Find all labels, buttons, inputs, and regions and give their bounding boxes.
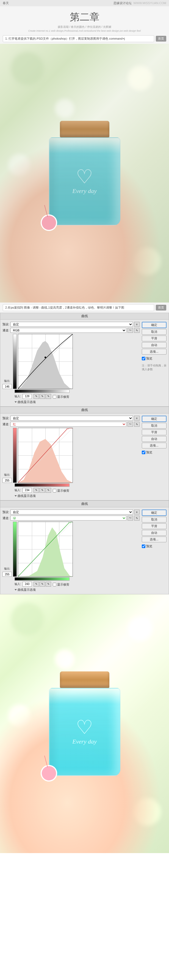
- glass-jar: ♡ Every day: [49, 688, 120, 776]
- options-button[interactable]: 选项...: [142, 536, 166, 542]
- eyedropper-gray-icon[interactable]: ✎: [39, 582, 45, 587]
- curve-smooth-icon[interactable]: 〜: [128, 328, 133, 333]
- show-clipping-check[interactable]: 显示修剪: [53, 395, 69, 399]
- preview-check[interactable]: 预览: [142, 356, 166, 361]
- preset-menu-icon[interactable]: ≡: [134, 416, 140, 421]
- curve-smooth-icon[interactable]: 〜: [128, 422, 133, 427]
- panel-note: 注：请手动拖拽，采填入参数: [142, 364, 166, 371]
- step-2-row: 2.在ps里找到 图像 - 调整 - 曲线,1提高亮度，2通道补偿红色，绿色、黎…: [0, 302, 169, 313]
- input-value[interactable]: [22, 582, 32, 587]
- preset-select[interactable]: 自定: [10, 416, 133, 421]
- output-label: 输出:: [4, 567, 10, 571]
- svg-line-2: [18, 428, 73, 482]
- eyedropper-white-icon[interactable]: ✎: [46, 488, 51, 493]
- eyedropper-white-icon[interactable]: ✎: [46, 394, 51, 399]
- input-value[interactable]: [22, 394, 32, 399]
- heart-icon: ♡: [76, 716, 93, 738]
- eyedropper-black-icon[interactable]: ✎: [33, 394, 39, 399]
- curve-graph-green[interactable]: [18, 522, 73, 577]
- horizontal-gradient: [14, 390, 69, 393]
- glass-jar: ♡ Every day: [49, 137, 120, 226]
- auto-button[interactable]: 自动: [142, 342, 166, 348]
- curve-graph-red[interactable]: [18, 428, 73, 483]
- preset-select[interactable]: 自定: [10, 509, 133, 514]
- preset-label: 预设:: [3, 322, 9, 326]
- smooth-button[interactable]: 平滑: [142, 430, 166, 435]
- show-clipping-check[interactable]: 显示修剪: [53, 488, 69, 493]
- input-value[interactable]: [22, 488, 32, 493]
- auto-button[interactable]: 自动: [142, 436, 166, 442]
- channel-select[interactable]: 绿: [10, 515, 126, 520]
- channel-select[interactable]: RGB: [10, 328, 126, 333]
- input-label: 输入:: [14, 488, 21, 492]
- breadcrumb: 摄影后期 / 春天的颜色 / 停住流逝的 / 光辉媚: [0, 25, 169, 29]
- preset-menu-icon[interactable]: ≡: [134, 509, 140, 514]
- preview-check[interactable]: 预览: [142, 544, 166, 548]
- horizontal-gradient: [14, 577, 69, 581]
- curves-panel-red: 曲线 预设: 自定 ≡ 通道: 红 〜 ✎ 输出:: [0, 407, 169, 500]
- channel-label: 通道:: [3, 328, 9, 332]
- preset-select[interactable]: 自定: [10, 322, 133, 327]
- curve-options-toggle[interactable]: 曲线显示选项: [14, 400, 140, 404]
- output-value[interactable]: [3, 384, 12, 389]
- eyedropper-white-icon[interactable]: ✎: [46, 582, 51, 587]
- vertical-gradient: [13, 428, 17, 483]
- curve-options-toggle[interactable]: 曲线显示选项: [14, 494, 140, 498]
- channel-label: 通道:: [3, 422, 9, 426]
- header-left: 春天: [3, 1, 9, 5]
- channel-label: 通道:: [3, 516, 9, 520]
- options-button[interactable]: 选项...: [142, 443, 166, 449]
- preview-check[interactable]: 预览: [142, 450, 166, 455]
- bottle: ♡ Every day: [46, 121, 123, 226]
- panel-title: 曲线: [0, 313, 169, 320]
- ok-button[interactable]: 确定: [142, 509, 166, 516]
- eyedropper-gray-icon[interactable]: ✎: [39, 394, 45, 399]
- preset-menu-icon[interactable]: ≡: [134, 322, 140, 327]
- bottle: ♡ Every day: [46, 671, 123, 776]
- bottle-text: Every day: [49, 188, 120, 195]
- step-1-text: 1. 打开笔者提供下载的.PSD文件（photoshop）打开，图层复制原图用于…: [3, 35, 154, 42]
- output-value[interactable]: [3, 478, 12, 483]
- page-button-2[interactable]: 首页: [156, 305, 166, 310]
- svg-rect-5: [69, 522, 71, 523]
- curves-panel-rgb: 曲线 预设: 自定 ≡ 通道: RGB 〜 ✎ 输出:: [0, 313, 169, 407]
- curve-pencil-icon[interactable]: ✎: [134, 328, 140, 333]
- eyedropper-gray-icon[interactable]: ✎: [39, 488, 45, 493]
- preset-label: 预设:: [3, 510, 9, 514]
- svg-rect-3: [67, 428, 69, 429]
- curve-pencil-icon[interactable]: ✎: [134, 515, 140, 520]
- page-button[interactable]: 首页: [156, 36, 166, 41]
- cork: [60, 671, 109, 688]
- auto-button[interactable]: 自动: [142, 530, 166, 536]
- show-clipping-check[interactable]: 显示修剪: [53, 582, 69, 587]
- curve-graph-rgb[interactable]: [18, 334, 73, 389]
- preset-label: 预设:: [3, 416, 9, 420]
- smooth-button[interactable]: 平滑: [142, 523, 166, 529]
- photo-original: ♡ Every day: [0, 44, 169, 302]
- curve-options-toggle[interactable]: 曲线显示选项: [14, 588, 140, 592]
- options-button[interactable]: 选项...: [142, 349, 166, 355]
- step-2-text: 2.在ps里找到 图像 - 调整 - 曲线,1提高亮度，2通道补偿红色，绿色、黎…: [3, 304, 154, 311]
- cancel-button[interactable]: 取消: [142, 423, 166, 429]
- top-bar: 春天 思缘设计论坛 WWW.MISSYUAN.COM: [0, 0, 169, 6]
- header-right: 思缘设计论坛 WWW.MISSYUAN.COM: [114, 1, 166, 5]
- ok-button[interactable]: 确定: [142, 416, 166, 422]
- ok-button[interactable]: 确定: [142, 322, 166, 328]
- curve-pencil-icon[interactable]: ✎: [134, 422, 140, 427]
- eyedropper-black-icon[interactable]: ✎: [33, 582, 39, 587]
- curves-panel-green: 曲线 预设: 自定 ≡ 通道: 绿 〜 ✎ 输出:: [0, 500, 169, 594]
- svg-line-4: [18, 522, 73, 576]
- channel-select[interactable]: 红: [10, 422, 126, 427]
- curve-smooth-icon[interactable]: 〜: [128, 515, 133, 520]
- cancel-button[interactable]: 取消: [142, 517, 166, 522]
- output-value[interactable]: [3, 572, 12, 577]
- chevron-down-icon: [14, 495, 17, 496]
- svg-line-0: [18, 334, 73, 389]
- output-label: 输出:: [4, 379, 10, 383]
- smooth-button[interactable]: 平滑: [142, 336, 166, 341]
- chapter-title: 第二章: [0, 10, 169, 24]
- vertical-gradient: [13, 334, 17, 389]
- eyedropper-black-icon[interactable]: ✎: [33, 488, 39, 493]
- input-label: 输入:: [14, 582, 21, 586]
- cancel-button[interactable]: 取消: [142, 329, 166, 335]
